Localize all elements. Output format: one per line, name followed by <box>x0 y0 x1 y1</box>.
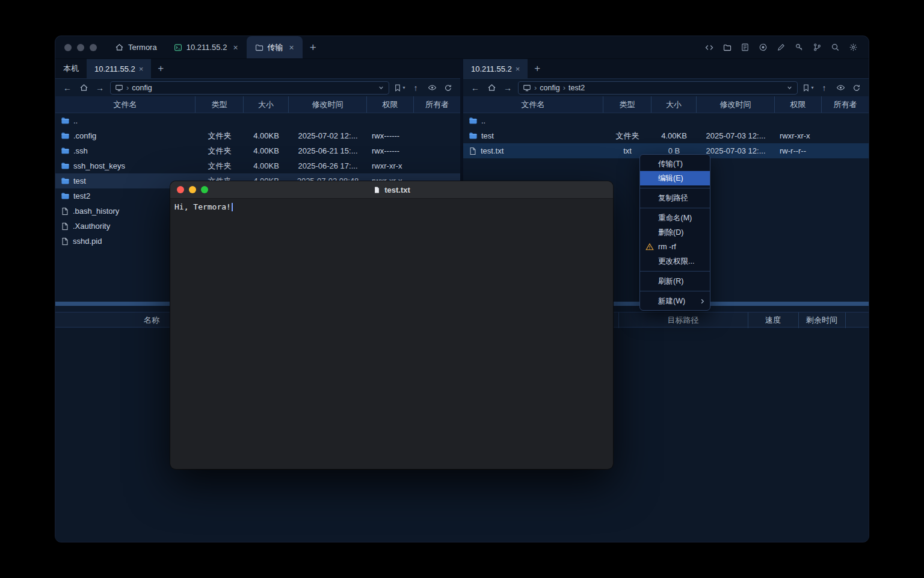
folder-icon <box>61 146 70 155</box>
file-type: 文件夹 <box>196 146 244 157</box>
path-segment[interactable]: config <box>132 84 152 92</box>
pane-tab[interactable]: 本机 <box>55 59 87 78</box>
home-button[interactable] <box>78 82 90 94</box>
folder-icon <box>61 161 70 170</box>
menu-item[interactable]: 删除(D) <box>640 225 710 240</box>
zoom-button[interactable] <box>90 44 97 51</box>
column-header[interactable]: 权限 <box>775 96 822 113</box>
editor-zoom-button[interactable] <box>201 186 208 193</box>
menu-item[interactable]: 重命名(M) <box>640 211 710 225</box>
path-segment[interactable]: test2 <box>568 84 585 92</box>
path-bar[interactable]: ›config›test2 <box>518 81 798 95</box>
log-icon[interactable] <box>740 42 750 52</box>
close-tab-icon[interactable]: × <box>233 43 238 52</box>
parent-directory-button[interactable]: ↑ <box>818 82 830 94</box>
bookmark-button[interactable]: ▾ <box>802 82 814 94</box>
close-tab-icon[interactable]: × <box>289 43 294 52</box>
file-name-cell: .config <box>55 131 196 140</box>
menu-item[interactable]: 编辑(E) <box>640 171 710 185</box>
column-header[interactable]: 文件名 <box>55 96 196 113</box>
column-header[interactable]: 所有者 <box>822 96 869 113</box>
file-row[interactable]: .. <box>463 113 869 128</box>
menu-item[interactable]: rm -rf <box>640 240 710 254</box>
folder-icon <box>61 131 70 140</box>
column-header[interactable]: 权限 <box>367 96 414 113</box>
pane-tab-label: 10.211.55.2 <box>471 64 512 73</box>
file-row[interactable]: .ssh文件夹4.00KB2025-06-21 15:...rwx------ <box>55 143 460 158</box>
file-name: .ssh <box>73 146 88 155</box>
edit-icon[interactable] <box>776 42 786 52</box>
minimize-button[interactable] <box>77 44 84 51</box>
new-window-tab-button[interactable]: + <box>303 36 324 58</box>
editor-close-button[interactable] <box>177 186 184 193</box>
menu-item[interactable]: 刷新(R) <box>640 274 710 288</box>
path-dropdown-icon[interactable] <box>786 84 793 91</box>
column-header[interactable]: 类型 <box>603 96 651 113</box>
back-button[interactable]: ← <box>469 82 481 94</box>
file-row[interactable]: .config文件夹4.00KB2025-07-02 12:...rwx----… <box>55 128 460 143</box>
transfer-column-target-path[interactable]: 目标路径 <box>618 312 748 328</box>
window-tab[interactable]: 10.211.55.2× <box>165 36 247 58</box>
column-header[interactable]: 修改时间 <box>697 96 775 113</box>
window-titlebar[interactable]: Termora10.211.55.2×传输× + <box>55 36 869 59</box>
file-row[interactable]: ssh_host_keys文件夹4.00KB2025-06-26 17:...r… <box>55 158 460 173</box>
menu-separator <box>640 291 710 291</box>
show-hidden-files-button[interactable] <box>426 82 438 94</box>
bookmark-button[interactable]: ▾ <box>393 82 405 94</box>
search-icon[interactable] <box>830 42 840 52</box>
window-tabs: Termora10.211.55.2×传输× <box>106 36 303 58</box>
file-name: sshd.pid <box>73 237 102 246</box>
home-button[interactable] <box>485 82 497 94</box>
menu-item[interactable]: 复制路径 <box>640 191 710 205</box>
close-tab-icon[interactable]: × <box>139 64 144 73</box>
refresh-button[interactable] <box>442 82 454 94</box>
column-header[interactable]: 文件名 <box>463 96 603 113</box>
column-divider <box>618 312 619 328</box>
file-row[interactable]: .. <box>55 113 460 128</box>
folder-icon[interactable] <box>722 42 732 52</box>
editor-minimize-button[interactable] <box>189 186 196 193</box>
path-segment[interactable]: config <box>540 84 559 92</box>
forward-button[interactable]: → <box>94 82 106 94</box>
pane-tab[interactable]: 10.211.55.2× <box>87 59 151 78</box>
menu-item[interactable]: 新建(W) <box>640 294 710 308</box>
show-hidden-files-button[interactable] <box>834 82 846 94</box>
transfer-column-remaining-time[interactable]: 剩余时间 <box>798 312 845 328</box>
menu-item[interactable]: 传输(T) <box>640 157 710 171</box>
menu-item-label: 复制路径 <box>658 194 688 202</box>
transfer-column-speed[interactable]: 速度 <box>748 312 798 328</box>
code-icon[interactable] <box>704 42 714 52</box>
column-header[interactable]: 类型 <box>196 96 244 113</box>
column-header[interactable]: 修改时间 <box>289 96 367 113</box>
column-header[interactable]: 大小 <box>244 96 289 113</box>
file-name-cell: ssh_host_keys <box>55 161 196 170</box>
key-icon[interactable] <box>794 42 804 52</box>
folder-icon <box>61 191 70 200</box>
editor-content[interactable]: Hi, Termora! <box>170 199 613 216</box>
editor-text: Hi, Termora! <box>174 202 231 211</box>
record-icon[interactable] <box>758 42 768 52</box>
menu-item[interactable]: 更改权限... <box>640 254 710 269</box>
new-pane-tab-button[interactable]: + <box>151 59 170 78</box>
branch-icon[interactable] <box>812 42 822 52</box>
close-button[interactable] <box>64 44 72 51</box>
window-tab[interactable]: 传输× <box>247 36 303 58</box>
pane-tab[interactable]: 10.211.55.2× <box>463 59 528 78</box>
back-button[interactable]: ← <box>61 82 73 94</box>
refresh-button[interactable] <box>851 82 863 94</box>
editor-titlebar[interactable]: test.txt <box>170 181 613 199</box>
new-pane-tab-button[interactable]: + <box>528 59 547 78</box>
column-header[interactable]: 大小 <box>651 96 697 113</box>
settings-icon[interactable] <box>848 42 858 52</box>
close-tab-icon[interactable]: × <box>516 64 520 73</box>
path-dropdown-icon[interactable] <box>378 84 384 91</box>
window-tab[interactable]: Termora <box>106 36 165 58</box>
parent-directory-button[interactable]: ↑ <box>410 82 422 94</box>
window-tab-label: Termora <box>128 43 157 52</box>
path-bar[interactable]: ›config <box>110 81 389 95</box>
computer-icon <box>115 84 123 92</box>
column-header[interactable]: 所有者 <box>414 96 460 113</box>
forward-button[interactable]: → <box>502 82 514 94</box>
file-row[interactable]: test文件夹4.00KB2025-07-03 12:...rwxr-xr-x <box>463 128 869 143</box>
file-name: test <box>73 176 86 185</box>
